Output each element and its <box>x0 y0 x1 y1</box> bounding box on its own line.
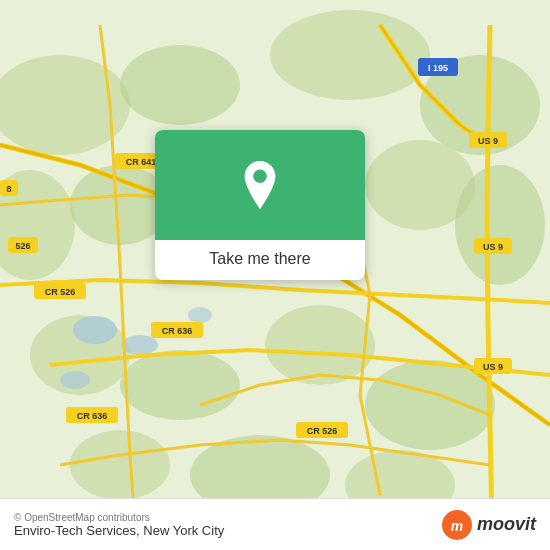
location-text: Enviro-Tech Services, New York City <box>14 523 224 538</box>
svg-point-42 <box>253 170 266 183</box>
bottom-left: © OpenStreetMap contributors Enviro-Tech… <box>14 512 224 538</box>
svg-text:US 9: US 9 <box>483 242 503 252</box>
svg-text:I 195: I 195 <box>428 63 448 73</box>
svg-point-11 <box>265 305 375 385</box>
svg-point-3 <box>270 10 430 100</box>
cta-green-area <box>155 130 365 240</box>
svg-text:CR 526: CR 526 <box>307 426 338 436</box>
location-pin-icon <box>238 159 282 211</box>
svg-text:CR 636: CR 636 <box>162 326 193 336</box>
svg-point-18 <box>60 371 90 389</box>
svg-text:US 9: US 9 <box>483 362 503 372</box>
svg-text:CR 526: CR 526 <box>45 287 76 297</box>
bottom-bar: © OpenStreetMap contributors Enviro-Tech… <box>0 498 550 550</box>
cta-button-area: Take me there <box>155 240 365 280</box>
svg-point-17 <box>122 335 158 355</box>
moovit-wordmark: moovit <box>477 514 536 535</box>
map-container: CR 641 CR 526 CR 636 CR 636 CR 526 I 195… <box>0 0 550 550</box>
svg-point-16 <box>73 316 117 344</box>
copyright-text: © OpenStreetMap contributors <box>14 512 224 523</box>
take-me-there-button[interactable]: Take me there <box>171 250 349 268</box>
svg-text:CR 636: CR 636 <box>77 411 108 421</box>
svg-text:8: 8 <box>6 184 11 194</box>
cta-card: Take me there <box>155 130 365 280</box>
svg-point-19 <box>188 307 212 323</box>
svg-text:CR 641: CR 641 <box>126 157 157 167</box>
svg-point-2 <box>120 45 240 125</box>
svg-point-10 <box>120 350 240 420</box>
moovit-icon: m <box>441 509 473 541</box>
svg-text:m: m <box>451 518 463 534</box>
svg-text:526: 526 <box>15 241 30 251</box>
svg-text:US 9: US 9 <box>478 136 498 146</box>
moovit-logo[interactable]: m moovit <box>441 509 536 541</box>
svg-point-8 <box>455 165 545 285</box>
svg-point-13 <box>70 430 170 500</box>
